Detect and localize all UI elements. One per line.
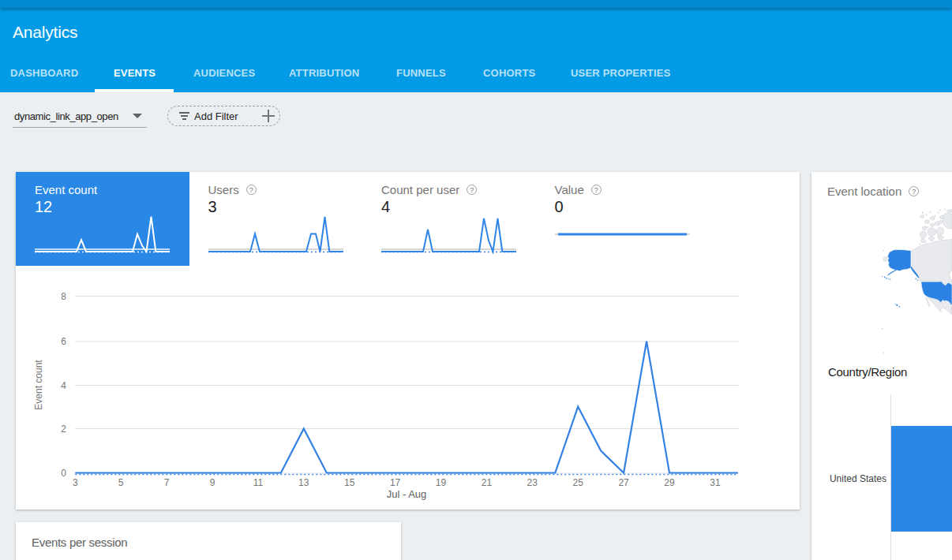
svg-text:11: 11 [253,477,264,488]
svg-text:27: 27 [618,477,629,488]
svg-text:17: 17 [390,477,401,488]
svg-text:5: 5 [118,477,124,488]
svg-text:3: 3 [73,477,78,488]
svg-text:21: 21 [482,477,493,488]
svg-text:9: 9 [210,477,216,488]
svg-text:Event count: Event count [33,360,44,410]
svg-text:25: 25 [573,477,584,488]
svg-text:Jul - Aug: Jul - Aug [387,488,427,500]
svg-text:7: 7 [164,477,170,488]
svg-text:6: 6 [61,336,66,347]
svg-text:31: 31 [710,477,721,488]
svg-text:8: 8 [61,291,66,302]
svg-text:0: 0 [61,468,66,479]
svg-text:19: 19 [436,477,447,488]
svg-text:2: 2 [61,424,66,435]
svg-text:23: 23 [527,477,538,488]
svg-text:13: 13 [298,477,309,488]
svg-text:29: 29 [664,477,675,488]
svg-text:4: 4 [61,380,66,391]
svg-text:15: 15 [344,477,355,488]
